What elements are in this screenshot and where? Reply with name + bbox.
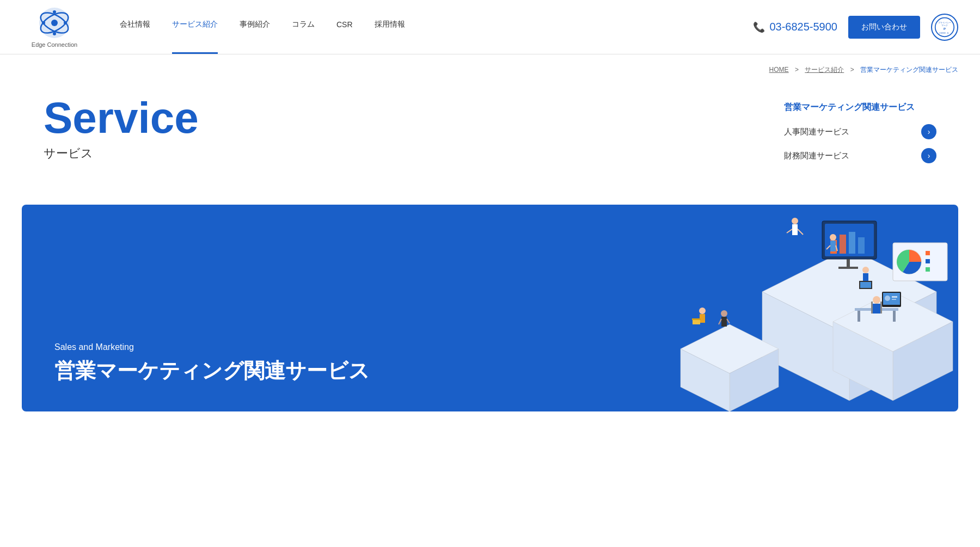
logo-text: Edge Connection [32, 41, 77, 48]
sidebar-active-service: 営業マーケティング関連サービス [784, 102, 936, 113]
nav-company[interactable]: 会社情報 [120, 0, 150, 54]
svg-rect-23 [838, 267, 858, 269]
site-header: Edge Connection 会社情報 サービス紹介 事例紹介 コラム CSR… [0, 0, 980, 54]
svg-point-24 [792, 218, 798, 224]
service-title-ja: サービス [44, 145, 751, 162]
main-content: Service サービス 営業マーケティング関連サービス 人事関連サービス › … [0, 85, 980, 194]
logo-icon [38, 7, 71, 39]
svg-rect-33 [863, 273, 868, 281]
breadcrumb-home[interactable]: HOME [769, 66, 789, 73]
svg-line-60 [719, 319, 721, 324]
svg-rect-49 [871, 302, 873, 314]
sidebar-finance-label: 財務関連サービス [784, 151, 849, 161]
blue-banner: Sales and Marketing 営業マーケティング関連サービス [22, 205, 958, 411]
svg-point-54 [699, 308, 706, 314]
svg-rect-40 [857, 311, 860, 322]
svg-rect-59 [721, 317, 727, 327]
banner-title: 営業マーケティング関連サービス [54, 358, 370, 384]
svg-rect-43 [873, 304, 880, 314]
sidebar-hr-link[interactable]: 人事関連サービス › [784, 124, 936, 139]
svg-point-42 [873, 296, 880, 304]
svg-rect-35 [860, 282, 871, 288]
sidebar-finance-arrow[interactable]: › [921, 148, 936, 163]
sidebar-hr-arrow[interactable]: › [921, 124, 936, 139]
nav-column[interactable]: コラム [292, 0, 315, 54]
nav-recruitment[interactable]: 採用情報 [375, 0, 405, 54]
svg-point-58 [721, 310, 727, 317]
privacy-badge: プライバシー マーク P 210003（9） [931, 14, 958, 41]
svg-point-7 [64, 21, 67, 24]
svg-point-3 [51, 20, 58, 26]
header-right: 📞 03-6825-5900 お問い合わせ プライバシー マーク P 21000… [753, 14, 958, 41]
svg-rect-64 [926, 251, 930, 255]
svg-rect-65 [926, 259, 930, 263]
phone-icon: 📞 [753, 21, 765, 33]
svg-line-27 [798, 229, 803, 235]
svg-rect-57 [692, 318, 701, 320]
isometric-svg [632, 216, 958, 411]
right-sidebar: 営業マーケティング関連サービス 人事関連サービス › 財務関連サービス › [784, 96, 936, 172]
svg-rect-47 [892, 296, 897, 298]
svg-text:P: P [944, 27, 946, 30]
service-title-en: Service [44, 96, 751, 140]
nav-service[interactable]: サービス紹介 [172, 0, 218, 54]
isometric-illustration [632, 216, 958, 411]
svg-rect-25 [792, 224, 798, 235]
svg-rect-66 [926, 267, 930, 272]
svg-line-26 [787, 229, 792, 233]
svg-text:210003（9）: 210003（9） [939, 32, 950, 34]
breadcrumb-current: 営業マーケティング関連サービス [860, 66, 958, 73]
svg-point-5 [53, 32, 56, 35]
svg-text:マーク: マーク [941, 24, 948, 27]
banner-subtitle: Sales and Marketing [54, 342, 370, 352]
banner-text-area: Sales and Marketing 営業マーケティング関連サービス [54, 342, 370, 384]
svg-point-6 [42, 21, 45, 24]
nav-csr[interactable]: CSR [336, 0, 353, 54]
svg-rect-20 [849, 232, 855, 254]
logo-area[interactable]: Edge Connection [22, 7, 87, 48]
nav-cases[interactable]: 事例紹介 [240, 0, 270, 54]
left-content: Service サービス [44, 96, 751, 172]
svg-rect-50 [880, 302, 882, 314]
svg-rect-48 [892, 299, 896, 300]
main-nav: 会社情報 サービス紹介 事例紹介 コラム CSR 採用情報 [120, 0, 405, 54]
svg-point-32 [862, 267, 869, 273]
phone-area: 📞 03-6825-5900 [753, 21, 837, 33]
phone-number: 03-6825-5900 [769, 21, 837, 33]
contact-button[interactable]: お問い合わせ [848, 16, 920, 39]
svg-text:プライバシー: プライバシー [938, 21, 951, 24]
svg-line-61 [727, 319, 730, 323]
breadcrumb-service[interactable]: サービス紹介 [805, 66, 844, 73]
svg-rect-41 [893, 311, 896, 322]
svg-rect-21 [858, 237, 865, 254]
svg-rect-22 [847, 259, 850, 267]
sidebar-finance-link[interactable]: 財務関連サービス › [784, 148, 936, 163]
svg-rect-19 [840, 235, 846, 254]
svg-rect-29 [830, 241, 836, 251]
svg-point-28 [830, 234, 836, 241]
svg-point-46 [885, 296, 890, 301]
sidebar-hr-label: 人事関連サービス [784, 127, 849, 137]
breadcrumb: HOME > サービス紹介 > 営業マーケティング関連サービス [0, 54, 980, 85]
svg-point-4 [53, 10, 56, 14]
